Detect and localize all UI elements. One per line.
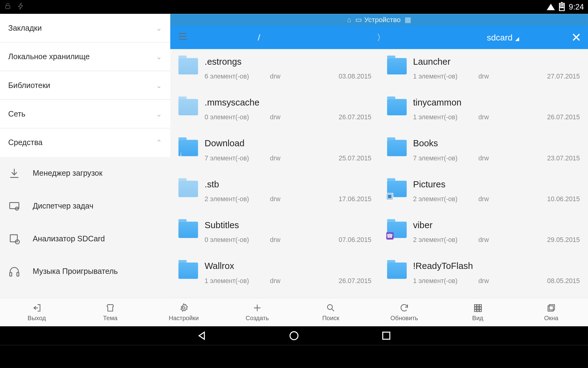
folder-icon [179,222,198,238]
grid-icon[interactable]: ▦ [405,16,411,24]
chevron-down-icon: ⌄ [156,109,162,118]
sidebar-section-label: Библиотеки [8,81,50,90]
appbar-search[interactable]: Поиск [294,298,368,326]
file-name: .mmsyscache [205,97,371,108]
svg-rect-0 [6,5,10,8]
path-segment-root[interactable]: / [198,33,320,42]
file-name: Wallrox [205,261,371,272]
appbar-settings[interactable]: Настройки [147,298,221,326]
file-count: 7 элемент(-ов) [413,155,478,162]
sidebar-tool-downloads[interactable]: Менеджер загрузок [0,157,170,190]
file-permissions: drw [270,277,303,285]
file-name: Launcher [413,56,580,67]
exit-icon [32,303,42,313]
sidebar-section-bookmarks[interactable]: Закладки ⌄ [0,14,170,42]
file-permissions: drw [270,236,303,244]
appbar-view[interactable]: Вид [441,298,514,326]
sidebar-section-tools[interactable]: Средства ⌃ [0,128,170,157]
chevron-up-icon: ⌃ [156,138,162,147]
sidebar-tool-music[interactable]: Музыка Проигрыватель [0,255,170,288]
file-item[interactable]: Pictures2 элемент(-ов)drw10.06.2015 [385,175,582,216]
folder-icon [179,263,198,279]
appbar-exit[interactable]: Выход [0,298,74,326]
device-icon: ▭ [355,16,362,24]
appbar-create[interactable]: Создать [221,298,294,326]
folder-icon [179,140,198,156]
file-count: 6 элемент(-ов) [205,73,270,80]
file-grid: .estrongs6 элемент(-ов)drw03.08.2015Laun… [170,49,588,298]
download-icon [8,167,21,179]
file-count: 0 элемент(-ов) [205,236,270,244]
file-item[interactable]: Subtitles0 элемент(-ов)drw07.06.2015 [177,216,373,257]
appbar-label: Обновить [390,314,418,321]
file-permissions: drw [270,73,303,80]
file-item[interactable]: Wallrox1 элемент(-ов)drw26.07.2015 [177,257,373,297]
sidebar-section-label: Локальное хранилище [8,52,90,61]
folder-icon [387,222,406,238]
file-count: 2 элемент(-ов) [205,195,270,203]
file-date: 08.05.2015 [547,277,580,285]
file-item[interactable]: !ReadyToFlash1 элемент(-ов)drw08.05.2015 [385,257,582,297]
path-segment-sdcard[interactable]: sdcard◢ [442,33,564,42]
file-name: Pictures [413,179,580,190]
back-icon[interactable] [196,330,207,341]
search-icon [326,303,336,313]
sidebar-section-label: Закладки [8,24,42,33]
sidebar-section-label: Сеть [8,109,25,118]
appbar-label: Выход [28,314,46,321]
main-panel: ⌂ ▭ Устройство ▦ / 〉 sdcard◢ ✕ .estrongs… [170,14,588,297]
file-date: 23.07.2015 [547,155,580,162]
svg-rect-16 [477,309,479,312]
home-icon[interactable] [289,330,300,341]
file-date: 27.07.2015 [547,73,580,80]
file-item[interactable]: .estrongs6 элемент(-ов)drw03.08.2015 [177,52,373,93]
close-icon[interactable]: ✕ [571,30,581,45]
appbar-windows[interactable]: Окна [514,298,588,326]
file-date: 03.08.2015 [339,73,371,80]
file-name: Books [413,138,580,149]
appbar-label: Настройки [169,314,199,321]
file-count: 0 элемент(-ов) [205,114,270,121]
file-permissions: drw [270,114,303,121]
folder-icon [387,263,406,279]
appbar-refresh[interactable]: Обновить [368,298,441,326]
svg-rect-11 [479,305,481,307]
file-permissions: drw [478,114,511,121]
sidebar-section-local[interactable]: Локальное хранилище ⌄ [0,43,170,71]
file-item[interactable]: Books7 элемент(-ов)drw23.07.2015 [385,134,582,175]
file-item[interactable]: .mmsyscache0 элемент(-ов)drw26.07.2015 [177,93,373,134]
sidebar-section-libraries[interactable]: Библиотеки ⌄ [0,71,170,100]
tab-label: Устройство [364,16,401,24]
file-count: 7 элемент(-ов) [205,155,270,162]
dropdown-icon: ◢ [515,35,519,41]
list-icon[interactable] [177,31,188,44]
refresh-icon [399,303,409,313]
file-item[interactable]: tinycammon1 элемент(-ов)drw26.07.2015 [385,93,582,134]
svg-rect-17 [479,309,481,312]
file-count: 2 элемент(-ов) [413,236,478,244]
file-item[interactable]: .stb2 элемент(-ов)drw17.06.2015 [177,175,373,216]
sidebar-tool-label: Музыка Проигрыватель [33,267,118,276]
file-permissions: drw [478,236,511,244]
file-item[interactable]: viber2 элемент(-ов)drw29.05.2015 [385,216,582,257]
appbar-theme[interactable]: Тема [74,298,147,326]
appbar-label: Окна [544,314,558,321]
sidebar-tool-taskmgr[interactable]: Диспетчер задач [0,190,170,223]
folder-icon [387,140,406,156]
home-icon[interactable]: ⌂ [347,16,351,24]
svg-rect-6 [17,273,19,276]
file-permissions: drw [478,195,511,203]
appbar-label: Поиск [322,314,339,321]
tab-device[interactable]: ▭ Устройство [355,16,401,24]
file-item[interactable]: Launcher1 элемент(-ов)drw27.07.2015 [385,52,582,93]
file-count: 1 элемент(-ов) [413,73,478,80]
sidebar-tool-sdanalyzer[interactable]: Анализатор SDCard [0,222,170,255]
file-name: .estrongs [205,56,371,67]
path-bar: / 〉 sdcard◢ ✕ [170,26,588,49]
appbar-label: Создать [246,314,269,321]
file-permissions: drw [478,73,511,80]
recent-icon[interactable] [381,330,392,341]
svg-rect-5 [10,273,12,276]
sidebar-section-network[interactable]: Сеть ⌄ [0,100,170,128]
file-item[interactable]: Download7 элемент(-ов)drw25.07.2015 [177,134,373,175]
